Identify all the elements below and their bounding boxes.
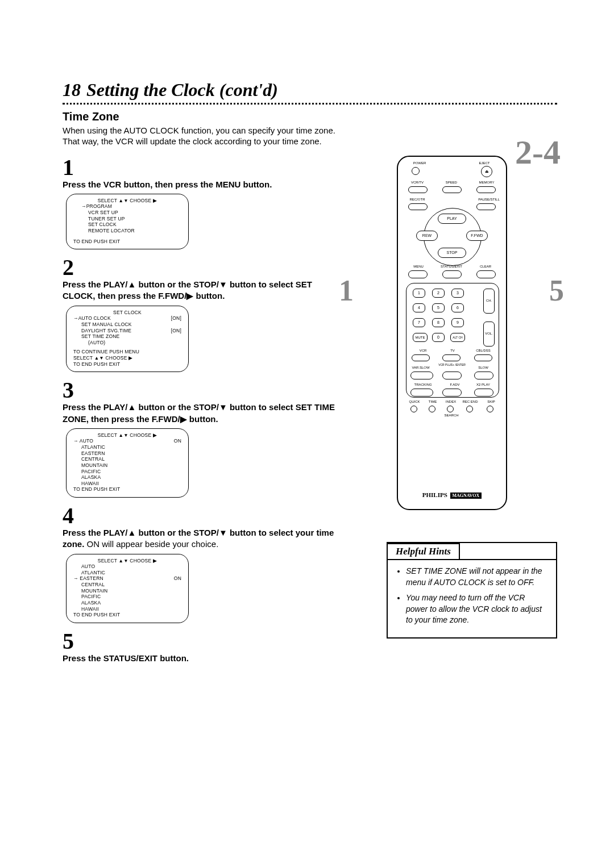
vcrtv-button[interactable] [408,186,428,193]
stop-button[interactable]: STOP [438,248,466,258]
label-ch: CH. [482,299,496,302]
osd3-header: SELECT ▲▼ CHOOSE ▶ [73,432,181,439]
label-x2: X2 PLAY [472,383,495,386]
osd4-row: CENTRAL [73,582,181,588]
varslow-button[interactable] [410,372,433,379]
rew-button[interactable]: REW [416,231,438,241]
label-search: SEARCH [440,414,463,417]
key-3[interactable]: 3 [451,289,464,298]
manual-page: 18 Setting the Clock (cont'd) Time Zone … [0,0,614,868]
label-tv: TV [441,349,464,352]
fadv-button[interactable] [442,389,462,397]
pausestill-button[interactable] [476,203,496,210]
osd3-row: HAWAII [73,481,181,487]
label-time: TIME [424,400,441,403]
osd3-row: ALASKA [73,474,181,481]
remote-diagram: POWER EJECT ⏏ VCR/TV SPEED MEMORY REC/OT… [397,156,507,510]
label-cbldss: CBL/DSS [472,349,495,352]
skip-button[interactable] [487,406,493,412]
slow-button[interactable] [474,372,493,379]
time-button[interactable] [429,406,435,412]
menu-button[interactable] [408,270,428,278]
tv-mode-button[interactable] [442,354,460,361]
intro-paragraph: When using the AUTO CLOCK function, you … [63,126,341,147]
step-number-1: 1 [63,157,341,178]
eject-button[interactable]: ⏏ [481,166,492,177]
callout-5: 5 [549,274,564,307]
page-title: Setting the Clock (cont'd) [86,80,278,101]
osd3-row: EASTERN [73,450,181,457]
step-number-4: 4 [63,506,341,526]
label-statusexit: STATUS/EXIT [435,265,467,268]
vcrplus-button[interactable] [442,372,462,379]
label-recotr: REC/OTR [406,198,429,201]
quick-button[interactable] [410,406,417,412]
clear-button[interactable] [476,270,496,278]
recend-button[interactable] [466,406,473,412]
tracking-button[interactable] [410,389,433,397]
osd2-row: SET MANUAL CLOCK [73,322,132,328]
osd4-header: SELECT ▲▼ CHOOSE ▶ [73,558,181,564]
step-number-3: 3 [63,380,341,400]
label-recend: REC END [460,400,480,403]
key-5[interactable]: 5 [432,303,445,312]
key-9[interactable]: 9 [451,318,464,327]
osd3-row: CENTRAL [73,456,181,462]
osd4-footer: TO END PUSH EXIT [73,612,181,618]
key-2[interactable]: 2 [432,289,445,298]
step-3-text: Press the PLAY/▲ button or the STOP/▼ bu… [63,402,341,425]
osd2-row: →AUTO CLOCK [73,315,111,322]
ffwd-button[interactable]: F.FWD [466,231,488,241]
osd4-row: MOUNTAIN [73,588,181,594]
osd3-footer: TO END PUSH EXIT [73,486,181,493]
callout-range: 2-4 [515,133,561,172]
play-button[interactable]: PLAY [438,214,466,224]
mute-button[interactable]: MUTE [413,333,428,342]
label-quick: QUICK [406,400,423,403]
label-vcrplus: VCR PLUS+ /ENTER [438,364,466,366]
hint-item: You may need to turn off the VCR power t… [406,592,548,626]
label-vol: VOL. [481,332,497,335]
osd1-line: VCR SET UP [73,210,181,216]
brand-magnavox: MAGNAVOX [450,493,482,499]
osd3-row: MOUNTAIN [73,462,181,469]
section-heading: Time Zone [63,110,341,123]
osd1-header: SELECT ▲▼ CHOOSE ▶ [73,198,181,204]
helpful-hints-body: SET TIME ZONE will not appear in the men… [388,559,556,637]
x2-button[interactable] [474,389,493,397]
statusexit-button[interactable] [442,270,462,278]
label-memory: MEMORY [475,181,498,184]
label-vcrtv: VCR/TV [406,181,429,184]
label-pausestill: PAUSE/STILL [478,198,500,201]
osd1-line: →PROGRAM [73,203,181,210]
label-slow: SLOW [472,366,495,369]
power-button[interactable] [412,167,420,175]
osd2-title: SET CLOCK [73,310,181,316]
cbldss-mode-button[interactable] [474,354,492,361]
speed-button[interactable] [442,186,462,193]
step-number-5: 5 [63,631,341,652]
step-2-text: Press the PLAY/▲ button or the STOP/▼ bu… [63,279,341,302]
osd4-row: → EASTERN [73,575,103,582]
key-7[interactable]: 7 [413,318,425,327]
key-8[interactable]: 8 [432,318,445,327]
key-1[interactable]: 1 [413,289,425,298]
index-button[interactable] [447,406,454,412]
osd1-line: REMOTE LOCATOR [73,228,181,234]
step-1-text: Press the VCR button, then press the MEN… [63,179,341,190]
key-4[interactable]: 4 [413,303,425,312]
key-0[interactable]: 0 [432,333,445,342]
key-6[interactable]: 6 [451,303,464,312]
helpful-hints-box: Helpful Hints SET TIME ZONE will not app… [387,542,557,639]
osd3-row: PACIFIC [73,469,181,475]
left-column: Time Zone When using the AUTO CLOCK func… [63,110,341,667]
vcr-mode-button[interactable] [412,354,430,361]
osd2-row: DAYLIGHT SVG.TIME [73,328,131,334]
recotr-button[interactable] [408,203,428,210]
altch-button[interactable]: ALT CH [450,333,465,342]
helpful-hints-title: Helpful Hints [387,543,460,559]
step-number-2: 2 [63,257,341,278]
memory-button[interactable] [476,186,496,193]
osd-screen-1: SELECT ▲▼ CHOOSE ▶ →PROGRAM VCR SET UP T… [66,194,189,249]
hint-item: SET TIME ZONE will not appear in the men… [406,566,548,588]
